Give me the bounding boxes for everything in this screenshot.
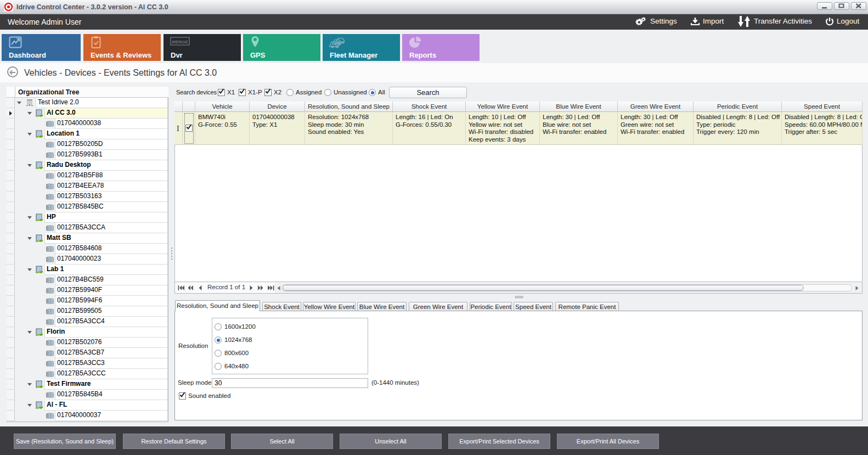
svg-text:MERGE: MERGE — [172, 40, 188, 44]
